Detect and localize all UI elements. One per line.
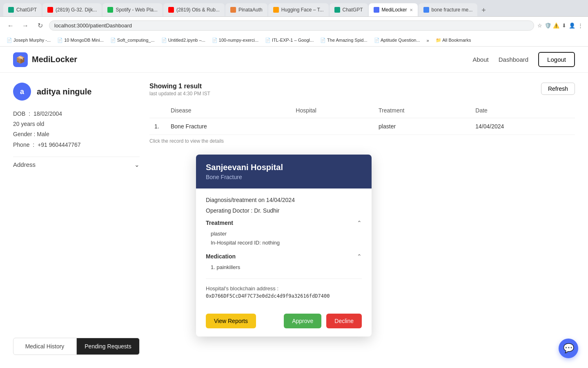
row-num: 1. (149, 118, 166, 135)
tab-pinata[interactable]: PinataAuth (225, 3, 267, 16)
download-icon[interactable]: ⬇ (562, 22, 566, 29)
header-row: Disease Hospital Treatment Date (149, 103, 575, 118)
forward-button[interactable]: → (20, 22, 31, 29)
bookmarks-folder[interactable]: 📁 All Bookmarks (434, 37, 473, 44)
dob-value: 18/02/2004 (33, 109, 62, 119)
tab-yt-2[interactable]: (2819) Otis & Rub... (163, 3, 225, 16)
modal-hospital-name: Sanjeevani Hospital (206, 163, 362, 172)
bookmark-mongodb[interactable]: 📄 10 MongoDB Mini... (56, 37, 105, 44)
row-disease: Bone Fracture (166, 118, 291, 135)
phone-row: Phone : +91 9604447767 (13, 140, 140, 150)
new-tab-button[interactable]: + (478, 4, 489, 16)
bookmark-numpy[interactable]: 📄 100-numpy-exerci... (210, 37, 260, 44)
tab-spotify[interactable]: Spotify - Web Pla... (102, 3, 163, 16)
table-row[interactable]: 1. Bone Fracture plaster 14/04/2024 (149, 118, 575, 135)
about-link[interactable]: About (473, 56, 489, 63)
tab-chatgpt-1[interactable]: ChatGPT (3, 3, 42, 16)
tab-hf[interactable]: Hugging Face – T... (268, 3, 329, 16)
medication-item-1: 1. painkillers (211, 263, 362, 272)
col-num-header (149, 103, 166, 118)
phone-separator: : (31, 140, 36, 150)
row-date: 14/04/2024 (470, 118, 575, 135)
bookmark-icon[interactable]: ☆ (537, 22, 542, 29)
view-reports-button[interactable]: View Reports (206, 314, 256, 328)
avatar: a (13, 83, 31, 101)
tab-favicon (168, 7, 174, 13)
bookmark-joseph[interactable]: 📄 Joseph Murphy -... (5, 37, 52, 44)
approve-button[interactable]: Approve (284, 314, 321, 328)
tab-favicon (107, 7, 113, 13)
menu-icon[interactable]: ⋮ (578, 22, 583, 29)
sidebar-tabs: Medical History Pending Requests (13, 338, 140, 355)
hint-text: Click the record to view the details (149, 138, 575, 144)
modal-body: Diagnosis/treatment on 14/04/2024 Operat… (196, 188, 372, 307)
modal-header: Sanjeevani Hospital Bone Fracture (196, 155, 372, 188)
tab-label: (2819) Otis & Rub... (176, 7, 220, 13)
bookmark-aptitude[interactable]: 📄 Aptitude Question... (372, 37, 422, 44)
bookmark-spiderman[interactable]: 📄 The Amazing Spid... (318, 37, 369, 44)
bookmarks-more[interactable]: » (425, 37, 431, 44)
decline-button[interactable]: Decline (326, 314, 362, 328)
blockchain-label: Hospital's blockchain address : (206, 285, 362, 292)
medication-content: 1. painkillers (206, 263, 362, 272)
tab-label: (2819) G-32. Dijk... (56, 7, 97, 13)
row-hospital (291, 118, 374, 135)
tab-label: ChatGPT (343, 7, 363, 13)
app-nav: 📦 MediLocker About Dashboard Logout (0, 47, 588, 73)
col-date-header: Date (470, 103, 575, 118)
col-treatment-header: Treatment (374, 103, 470, 118)
treatment-chevron-icon: ⌃ (357, 220, 362, 226)
extension-icons: 🛡️ ⚠️ (545, 22, 559, 29)
chat-button[interactable]: 💬 (559, 339, 578, 358)
records-header: Showing 1 result last updated at 4:30 PM… (149, 83, 575, 96)
tab-favicon (230, 7, 236, 13)
dashboard-link[interactable]: Dashboard (499, 56, 528, 63)
tab-yt-1[interactable]: (2819) G-32. Dijk... (42, 3, 102, 16)
results-info: Showing 1 result last updated at 4:30 PM… (149, 83, 210, 96)
tab-medilocker[interactable]: MediLocker ✕ (369, 3, 418, 16)
back-button[interactable]: ← (5, 22, 16, 29)
url-input[interactable] (49, 20, 534, 31)
medication-chevron-icon: ⌃ (357, 253, 362, 260)
medication-title: Medication (206, 253, 236, 260)
treatment-section-header[interactable]: Treatment ⌃ (206, 220, 362, 226)
modal-actions: View Reports Approve Decline (196, 307, 372, 337)
bookmark-untitled[interactable]: 📄 Untitled2.ipynb –... (160, 37, 207, 44)
phone-label: Phone (13, 140, 29, 150)
tab-label: PinataAuth (238, 7, 263, 13)
col-hospital-header: Hospital (291, 103, 374, 118)
refresh-button[interactable]: Refresh (541, 83, 575, 95)
logout-button[interactable]: Logout (538, 52, 575, 67)
bookmark-softcomputing[interactable]: 📄 Soft_computing_... (109, 37, 156, 44)
patient-header: a aditya ningule (13, 83, 140, 101)
table-body: 1. Bone Fracture plaster 14/04/2024 (149, 118, 575, 135)
main-content: a aditya ningule DOB : 18/02/2004 20 yea… (0, 73, 588, 368)
tab-close-icon[interactable]: ✕ (410, 8, 413, 12)
medication-section-header[interactable]: Medication ⌃ (206, 253, 362, 260)
tab-label: ChatGPT (16, 7, 37, 13)
tab-label: Hugging Face – T... (281, 7, 324, 13)
tab-medical-history[interactable]: Medical History (13, 338, 76, 355)
address-row[interactable]: Address ⌄ (13, 157, 140, 173)
tab-favicon (423, 7, 429, 13)
bookmarks-bar: 📄 Joseph Murphy -... 📄 10 MongoDB Mini..… (0, 34, 588, 47)
brand-name: MediLocker (32, 55, 77, 64)
modal-disease-name: Bone Fracture (206, 174, 362, 180)
tab-chatgpt-2[interactable]: ChatGPT (330, 3, 368, 16)
reload-button[interactable]: ↻ (34, 22, 46, 29)
dob-row: DOB : 18/02/2004 (13, 109, 140, 119)
bookmark-itl[interactable]: 📄 ITL-EXP-1 – Googl... (263, 37, 315, 44)
chevron-down-icon: ⌄ (134, 161, 140, 168)
address-bar: ← → ↻ ☆ 🛡️ ⚠️ ⬇ 👤 ⋮ (0, 16, 588, 34)
tab-label: bone fracture me... (432, 7, 473, 13)
browser-chrome: ChatGPT (2819) G-32. Dijk... Spotify - W… (0, 0, 588, 47)
showing-text: Showing 1 result (149, 83, 210, 90)
record-detail-modal: Sanjeevani Hospital Bone Fracture Diagno… (196, 155, 372, 337)
tab-google[interactable]: bone fracture me... (419, 3, 478, 16)
records-table: Disease Hospital Treatment Date 1. Bone … (149, 103, 575, 135)
patient-info: DOB : 18/02/2004 20 years old Gender : M… (13, 109, 140, 150)
profile-icon[interactable]: 👤 (569, 22, 575, 29)
col-disease-header: Disease (166, 103, 291, 118)
tab-pending-requests[interactable]: Pending Requests (76, 338, 140, 355)
dob-label: DOB (13, 109, 25, 119)
